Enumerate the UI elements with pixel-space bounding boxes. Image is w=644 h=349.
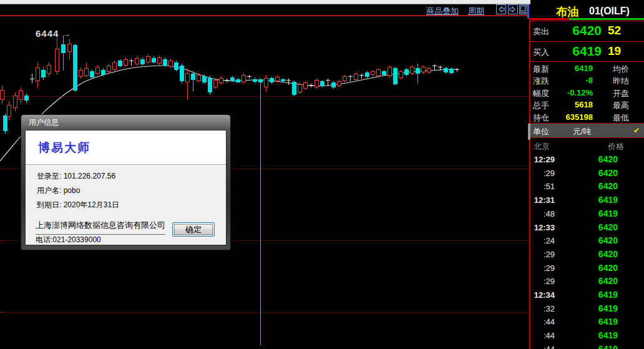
down-candle-body <box>101 70 105 75</box>
tick-time: 12:33 <box>530 223 555 232</box>
down-candle-body <box>230 77 235 81</box>
down-candle-body <box>41 70 46 77</box>
tick-price: 6419 <box>585 344 618 349</box>
doji-candle-bar <box>309 85 313 86</box>
down-candle-wick <box>63 36 64 71</box>
stat-label-2: 最低 <box>613 112 629 124</box>
up-candle-body <box>388 67 392 76</box>
up-candle-body <box>264 78 268 87</box>
overlay-commodity-link[interactable]: 商品叠加 <box>426 6 459 17</box>
tick-time: :29 <box>530 250 555 259</box>
stat-label-2: 昨结 <box>613 76 629 87</box>
stat-row: 总手5618最高 <box>530 99 644 111</box>
doji-candle-wick <box>457 68 457 72</box>
ask-row: 卖出 6420 52 <box>530 21 644 41</box>
tick-time: 12:31 <box>530 195 555 205</box>
doji-candle-bar <box>30 79 34 79</box>
tick-row: 12:346419 <box>530 289 644 302</box>
stat-label: 持仓 <box>533 112 549 124</box>
dialog-body: 登录至: 101.226.207.56用户名: pobo到期日: 2020年12… <box>26 165 226 245</box>
stat-label-2: 最高 <box>613 100 629 111</box>
down-candle-body <box>163 59 167 66</box>
ask-label: 卖出 <box>533 26 549 37</box>
up-candle-body <box>84 68 89 76</box>
doji-candle-wick <box>249 75 250 79</box>
app-name: 博易大师 <box>38 140 90 156</box>
up-candle-body <box>124 59 128 66</box>
tick-row: :446419 <box>530 330 644 343</box>
up-candle-body <box>19 91 23 100</box>
down-candle-body <box>382 71 386 75</box>
dialog-field: 用户名: pobo <box>37 185 80 196</box>
down-candle-body <box>174 62 178 70</box>
up-candle-body <box>410 67 414 74</box>
tick-price: 6419 <box>585 303 618 313</box>
tick-time: :32 <box>530 304 555 313</box>
symbol-name: 布油 <box>556 4 578 19</box>
tick-row: :446419 <box>530 343 644 349</box>
doji-candle-wick <box>227 79 227 82</box>
annotation-arrow-icon: → <box>62 29 72 39</box>
doji-candle-bar <box>438 67 442 67</box>
down-candle-wick <box>260 78 261 345</box>
period-link[interactable]: 周期 <box>468 6 484 17</box>
doji-candle-bar <box>348 76 353 77</box>
stat-row: 持仓635198最低 <box>530 111 644 123</box>
stat-row: 最新6419均价 <box>530 62 644 74</box>
tick-price: 6420 <box>585 222 618 232</box>
up-candle-body <box>421 67 426 72</box>
unit-row[interactable]: 单位 元/吨 ✔ <box>530 123 644 138</box>
tick-price: 6419 <box>585 317 618 327</box>
tick-row: 12:336420 <box>530 222 644 235</box>
tick-row: :446419 <box>530 316 644 329</box>
up-candle-body <box>376 69 381 76</box>
down-candle-body <box>3 116 7 131</box>
tick-price-column-header: 价格 <box>608 141 624 152</box>
buy-strength-segment <box>569 18 644 20</box>
tick-row: :246420 <box>530 235 644 248</box>
tick-time: :29 <box>530 169 555 178</box>
dialog-banner: 博易大师 <box>26 130 226 165</box>
user-info-dialog: 用户信息 博易大师 登录至: 101.226.207.56用户名: pobo到期… <box>21 114 231 250</box>
down-candle-body <box>281 79 285 81</box>
tick-price: 6420 <box>585 263 618 273</box>
ok-button[interactable]: 确定 <box>172 222 215 237</box>
doji-candle-wick <box>311 84 311 87</box>
up-candle-body <box>107 66 111 72</box>
up-candle-body <box>135 58 139 64</box>
down-candle-body <box>292 82 296 95</box>
up-candle-body <box>185 73 190 82</box>
bid-row: 买入 6419 19 <box>530 41 644 62</box>
up-candle-body <box>298 84 302 92</box>
panel-edge-mark <box>527 5 529 19</box>
peak-price-annotation: 6444 → <box>36 28 72 39</box>
doji-candle-bar <box>432 66 437 66</box>
down-candle-body <box>253 79 257 82</box>
tick-price: 6419 <box>585 330 618 340</box>
tick-price: 6420 <box>585 276 618 286</box>
stat-row: 幅度-0.12%开盘 <box>530 87 644 99</box>
tick-row: :296420 <box>530 275 644 288</box>
tick-price: 6420 <box>585 181 618 191</box>
sell-strength-segment <box>530 18 569 20</box>
up-candle-body <box>399 71 403 78</box>
tick-row: :516420 <box>530 180 644 194</box>
up-candle-body <box>213 80 218 87</box>
down-candle-body <box>90 71 94 77</box>
prev-arrow-icon[interactable] <box>496 4 506 14</box>
stat-row: 涨跌-8昨结 <box>530 74 644 86</box>
up-candle-body <box>242 75 246 82</box>
stat-value: -0.12% <box>567 88 593 97</box>
down-candle-body <box>73 45 77 91</box>
up-candle-body <box>427 68 431 72</box>
up-candle-body <box>303 82 308 89</box>
doji-candle-wick <box>131 59 132 66</box>
up-candle-body <box>219 78 223 83</box>
dialog-content: 博易大师 登录至: 101.226.207.56用户名: pobo到期日: 20… <box>25 130 227 245</box>
tick-row: :296420 <box>530 262 644 275</box>
quote-panel: 布油 01(OILF) 卖出 6420 52 买入 6419 19 最新6419… <box>530 0 644 349</box>
down-candle-body <box>258 79 263 82</box>
next-arrow-icon[interactable] <box>508 4 518 14</box>
tick-price: 6419 <box>585 290 618 300</box>
stat-value: 635198 <box>566 112 593 122</box>
